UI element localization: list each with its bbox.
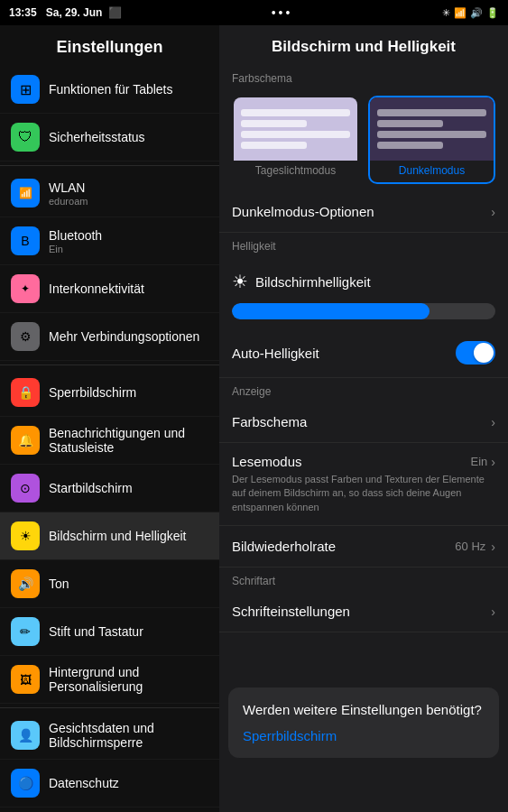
- startbildschirm-icon: ⊙: [11, 474, 40, 503]
- right-panel: Bildschirm und Helligkeit Farbschema Tag…: [219, 25, 508, 812]
- interkonnektivitaet-label: Interkonnektivität: [49, 281, 144, 296]
- mehr-verbindung-label: Mehr Verbindungsoptionen: [49, 329, 199, 344]
- farbschema-right: ›: [491, 415, 495, 429]
- bluetooth-label: Bluetooth: [49, 228, 102, 243]
- lesemodus-desc: Der Lesemodus passt Farben und Texturen …: [232, 473, 495, 514]
- farbschema-row[interactable]: Farbschema ›: [219, 401, 508, 443]
- ton-label: Ton: [49, 577, 69, 591]
- sun-icon: ☀: [232, 271, 248, 292]
- brightness-row: ☀ Bildschirmhelligkeit: [232, 263, 495, 300]
- dunkelmodus-chevron-icon: ›: [491, 205, 495, 219]
- dunkelmodus-optionen-row[interactable]: Dunkelmodus-Optionen ›: [219, 191, 508, 233]
- brightness-section: ☀ Bildschirmhelligkeit: [219, 256, 508, 303]
- lesemodus-row[interactable]: Lesemodus Ein › Der Lesemodus passt Farb…: [219, 443, 508, 526]
- main-content: Einstellungen ⊞ Funktionen für Tablets 🛡…: [0, 25, 508, 812]
- scheme-line-4: [241, 142, 307, 149]
- toggle-knob: [474, 343, 494, 363]
- scheme-preview-dark: [370, 97, 494, 161]
- scheme-card-tageslicht[interactable]: Tageslichtmodus: [232, 96, 359, 184]
- schrifteinstellungen-chevron-icon: ›: [491, 604, 495, 619]
- farbschema-row-label: Farbschema: [232, 414, 307, 429]
- time-display: 13:35: [9, 6, 37, 19]
- sidebar-item-funktionen[interactable]: ⊞ Funktionen für Tablets: [0, 66, 219, 114]
- scheme-label-tageslicht: Tageslichtmodus: [234, 161, 357, 182]
- sidebar-item-sperrbildschirm[interactable]: 🔒 Sperrbildschirm: [0, 369, 219, 417]
- bluetooth-sublabel: Ein: [49, 244, 102, 254]
- sidebar-item-bluetooth[interactable]: B Bluetooth Ein: [0, 217, 219, 265]
- popup-overlay: Werden weitere Einstellungen benötigt? S…: [228, 687, 499, 758]
- scheme-line-1: [241, 109, 350, 116]
- bildwiederholrate-right: 60 Hz ›: [455, 540, 495, 554]
- sicherheit-label: Sicherheitsstatus: [49, 130, 145, 144]
- scheme-label-dunkel: Dunkelmodus: [370, 161, 494, 182]
- datenschutz-label: Datenschutz: [49, 776, 119, 790]
- lesemodus-top: Lesemodus Ein ›: [232, 454, 495, 469]
- wlan-sublabel: eduroam: [49, 196, 88, 207]
- bildwiederholrate-row[interactable]: Bildwiederholrate 60 Hz ›: [219, 526, 508, 567]
- dunkelmodus-optionen-right: ›: [491, 205, 495, 219]
- lesemodus-title: Lesemodus: [232, 454, 302, 469]
- sidebar-item-bildschirm[interactable]: ☀ Bildschirm und Helligkeit: [0, 512, 219, 560]
- datenschutz-icon: 🔵: [11, 769, 40, 798]
- status-icons: ✳ 📶 🔊 🔋: [442, 7, 499, 19]
- bildwiederholrate-label: Bildwiederholrate: [232, 539, 336, 554]
- auto-helligkeit-label: Auto-Helligkeit: [232, 346, 319, 361]
- divider-1: [0, 165, 219, 166]
- sidebar-item-mehr-verbindung[interactable]: ⚙ Mehr Verbindungsoptionen: [0, 313, 219, 361]
- right-panel-title: Bildschirm und Helligkeit: [219, 25, 508, 65]
- funktionen-label: Funktionen für Tablets: [49, 82, 173, 97]
- brightness-slider-fill: [232, 303, 429, 319]
- wlan-label: WLAN: [49, 180, 88, 195]
- sidebar-item-datenschutz[interactable]: 🔵 Datenschutz: [0, 760, 219, 807]
- startbildschirm-label: Startbildschirm: [49, 481, 133, 495]
- sidebar-item-stift[interactable]: ✏ Stift und Tastatur: [0, 608, 219, 656]
- bildwiederholrate-value: 60 Hz: [455, 540, 485, 553]
- lesemodus-chevron-icon: ›: [491, 455, 495, 469]
- schriftart-section-label: Schriftart: [219, 567, 508, 591]
- sperrbildschirm-icon: 🔒: [11, 378, 40, 407]
- lesemodus-right: Ein ›: [471, 455, 495, 469]
- status-time: 13:35 Sa, 29. Jun ⬛: [9, 6, 122, 19]
- interkonnektivitaet-icon: ✦: [11, 274, 40, 303]
- auto-helligkeit-row[interactable]: Auto-Helligkeit: [219, 328, 508, 378]
- sidebar-item-ton[interactable]: 🔊 Ton: [0, 560, 219, 608]
- schrifteinstellungen-row[interactable]: Schrifteinstellungen ›: [219, 591, 508, 632]
- benachrichtigungen-label: Benachrichtigungen und Statusleiste: [49, 426, 208, 455]
- sidebar-item-interkonnektivitaet[interactable]: ✦ Interkonnektivität: [0, 265, 219, 313]
- popup-title: Werden weitere Einstellungen benötigt?: [243, 702, 485, 717]
- stift-label: Stift und Tastatur: [49, 624, 143, 639]
- farbschema-chevron-icon: ›: [491, 415, 495, 429]
- anzeige-section-label: Anzeige: [219, 378, 508, 401]
- sidebar-item-gesichtsdaten[interactable]: 👤 Gesichtsdaten und Bildschirmsperre: [0, 712, 219, 760]
- sidebar-item-apps[interactable]: ⊞ Apps: [0, 807, 219, 812]
- scheme-preview-light: [234, 97, 357, 161]
- sidebar-item-sicherheit[interactable]: 🛡 Sicherheitsstatus: [0, 114, 219, 161]
- left-panel: Einstellungen ⊞ Funktionen für Tablets 🛡…: [0, 25, 219, 812]
- schrifteinstellungen-label: Schrifteinstellungen: [232, 604, 350, 619]
- bildschirm-label: Bildschirm und Helligkeit: [49, 529, 187, 543]
- scheme-line-6: [377, 120, 443, 127]
- date-display: Sa, 29. Jun: [46, 6, 103, 19]
- scheme-line-2: [241, 120, 307, 127]
- auto-helligkeit-toggle[interactable]: [456, 341, 495, 364]
- sperrbildschirm-label: Sperrbildschirm: [49, 385, 136, 400]
- hintergrund-icon: 🖼: [11, 665, 40, 694]
- gesichtsdaten-icon: 👤: [11, 721, 40, 750]
- sidebar-item-hintergrund[interactable]: 🖼 Hintergrund und Personalisierung: [0, 656, 219, 704]
- status-dots: •••: [272, 5, 293, 20]
- mehr-verbindung-icon: ⚙: [11, 322, 40, 351]
- brightness-slider-track: [232, 303, 495, 319]
- brightness-slider-container[interactable]: [219, 303, 508, 328]
- panel-title: Einstellungen: [0, 25, 219, 66]
- gesichtsdaten-label: Gesichtsdaten und Bildschirmsperre: [49, 721, 208, 750]
- scheme-card-dunkel[interactable]: Dunkelmodus: [368, 96, 495, 184]
- hintergrund-label: Hintergrund und Personalisierung: [49, 665, 208, 694]
- divider-3: [0, 707, 219, 708]
- sidebar-item-benachrichtigungen[interactable]: 🔔 Benachrichtigungen und Statusleiste: [0, 417, 219, 465]
- scheme-line-5: [377, 109, 486, 116]
- popup-link[interactable]: Sperrbildschirm: [243, 728, 485, 743]
- sidebar-item-wlan[interactable]: 📶 WLAN eduroam: [0, 170, 219, 217]
- stift-icon: ✏: [11, 617, 40, 646]
- sidebar-item-startbildschirm[interactable]: ⊙ Startbildschirm: [0, 465, 219, 512]
- bildwiederholrate-chevron-icon: ›: [491, 540, 495, 554]
